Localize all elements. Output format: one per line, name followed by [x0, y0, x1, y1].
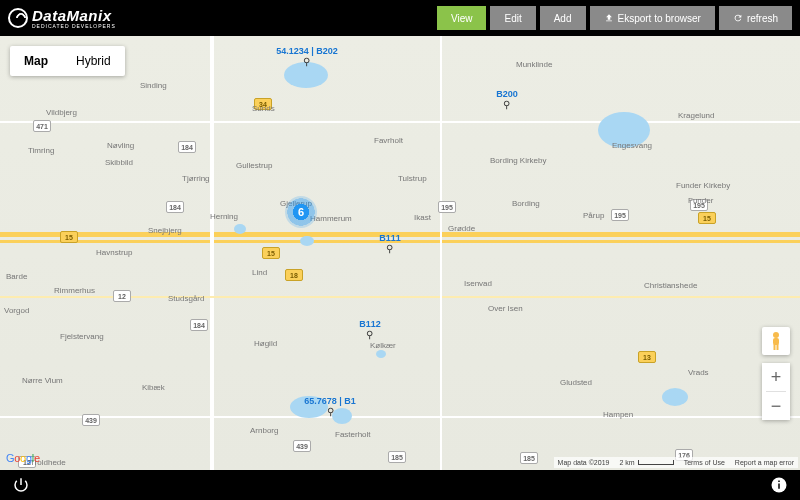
svg-rect-1	[773, 338, 779, 345]
town-label: Ikast	[414, 213, 431, 222]
town-label: Nøvling	[107, 141, 134, 150]
svg-rect-3	[777, 344, 779, 350]
map-marker[interactable]: B111⚲	[379, 233, 401, 254]
road-shield: 439	[293, 440, 311, 452]
report-error-link[interactable]: Report a map error	[735, 459, 794, 466]
map-data-text: Map data ©2019	[558, 459, 610, 466]
zoom-in-button[interactable]: +	[762, 363, 790, 391]
view-button[interactable]: View	[437, 6, 487, 30]
road-shield: 184	[190, 319, 208, 331]
map-scale: 2 km	[619, 459, 673, 466]
road	[0, 121, 800, 123]
road-shield: 15	[698, 212, 716, 224]
map-marker[interactable]: B112⚲	[359, 319, 381, 340]
town-label: Christianshede	[644, 281, 697, 290]
pump-icon: ⚲	[303, 56, 310, 67]
brand-subtitle: DEDICATED DEVELOPERS	[32, 23, 116, 29]
map-canvas[interactable]: 4713418418415195195195151518121844391312…	[0, 36, 800, 470]
marker-label: B111	[379, 233, 401, 243]
refresh-button[interactable]: refresh	[719, 6, 792, 30]
town-label: Gludsted	[560, 378, 592, 387]
road	[210, 36, 214, 470]
water-body	[300, 236, 314, 246]
town-label: Kragelund	[678, 111, 714, 120]
town-label: Lind	[252, 268, 267, 277]
water-body	[376, 350, 386, 358]
town-label: Engesvang	[612, 141, 652, 150]
add-button[interactable]: Add	[540, 6, 586, 30]
town-label: Sunds	[252, 104, 275, 113]
town-label: Tulstrup	[398, 174, 427, 183]
pump-icon: ⚲	[366, 329, 373, 340]
upload-icon	[604, 13, 614, 23]
top-actions: View Edit Add Eksport to browser refresh	[437, 6, 792, 30]
town-label: Bording Kirkeby	[490, 156, 546, 165]
map-marker[interactable]: 65.7678 | B1⚲	[304, 396, 356, 417]
road-shield: 195	[438, 201, 456, 213]
zoom-out-button[interactable]: −	[762, 392, 790, 420]
road	[0, 416, 800, 418]
pegman-button[interactable]	[762, 327, 790, 355]
town-label: Snejbjerg	[148, 226, 182, 235]
pegman-icon	[768, 331, 784, 351]
marker-label: 65.7678 | B1	[304, 396, 356, 406]
pump-icon: ⚲	[327, 406, 334, 417]
brand-logo: DataManix DEDICATED DEVELOPERS	[8, 7, 116, 29]
brand-name: DataManix	[32, 7, 112, 24]
road-shield: 13	[638, 351, 656, 363]
road-shield: 15	[262, 247, 280, 259]
marker-label: 54.1234 | B202	[276, 46, 338, 56]
export-label: Eksport to browser	[618, 13, 701, 24]
map-attribution: Map data ©2019 2 km Terms of Use Report …	[554, 457, 798, 468]
town-label: Herning	[210, 212, 238, 221]
town-label: Timring	[28, 146, 54, 155]
info-icon	[770, 476, 788, 494]
town-label: Favrholt	[374, 136, 403, 145]
bottom-bar	[0, 470, 800, 500]
brand-icon	[8, 8, 28, 28]
town-label: Hampen	[603, 410, 633, 419]
pump-icon: ⚲	[503, 99, 510, 110]
town-label: Funder Kirkeby	[676, 181, 730, 190]
town-label: Barde	[6, 272, 27, 281]
water-body	[234, 224, 246, 234]
road-shield: 439	[82, 414, 100, 426]
town-label: Fjelstervang	[60, 332, 104, 341]
road-shield: 15	[60, 231, 78, 243]
map-type-hybrid[interactable]: Hybrid	[62, 46, 125, 76]
town-label: Havnstrup	[96, 248, 132, 257]
edit-button[interactable]: Edit	[490, 6, 535, 30]
town-label: Pårup	[583, 211, 604, 220]
town-label: Kibæk	[142, 383, 165, 392]
town-label: Vildbjerg	[46, 108, 77, 117]
map-type-switch: Map Hybrid	[10, 46, 125, 76]
town-label: Rimmerhus	[54, 286, 95, 295]
marker-label: B112	[359, 319, 381, 329]
pump-icon: ⚲	[386, 243, 393, 254]
map-marker[interactable]: 54.1234 | B202⚲	[276, 46, 338, 67]
info-button[interactable]	[770, 476, 788, 494]
scale-bar-icon	[638, 460, 674, 465]
power-button[interactable]	[12, 476, 30, 494]
marker-cluster[interactable]: 6	[285, 196, 317, 228]
svg-rect-5	[778, 484, 780, 489]
town-label: Arnborg	[250, 426, 278, 435]
refresh-label: refresh	[747, 13, 778, 24]
road-shield: 185	[520, 452, 538, 464]
town-label: Munklinde	[516, 60, 552, 69]
zoom-control: + −	[762, 363, 790, 420]
road-shield: 185	[388, 451, 406, 463]
svg-rect-6	[778, 481, 780, 483]
map-marker[interactable]: B200⚲	[496, 89, 518, 110]
road-shield: 195	[611, 209, 629, 221]
top-bar: DataManix DEDICATED DEVELOPERS View Edit…	[0, 0, 800, 36]
terms-link[interactable]: Terms of Use	[684, 459, 725, 466]
water-body	[662, 388, 688, 406]
export-button[interactable]: Eksport to browser	[590, 6, 715, 30]
town-label: Skibbild	[105, 158, 133, 167]
road	[440, 36, 442, 470]
refresh-icon	[733, 13, 743, 23]
town-label: Høgild	[254, 339, 277, 348]
marker-label: B200	[496, 89, 518, 99]
map-type-map[interactable]: Map	[10, 46, 62, 76]
